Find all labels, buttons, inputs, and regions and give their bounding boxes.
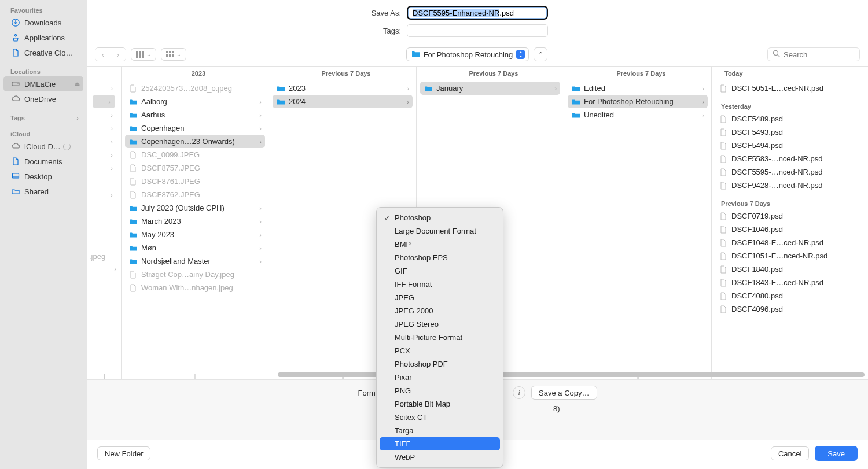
list-item[interactable]: May 2023› (125, 228, 265, 241)
item-label: Møn (141, 243, 156, 252)
list-item[interactable]: DSCF5595-…nced-NR.psd (715, 165, 865, 179)
folder-icon (128, 112, 138, 119)
back-button[interactable]: ‹ (95, 48, 111, 61)
format-option[interactable]: PCX (380, 344, 500, 357)
list-item[interactable]: Strøget Cop…ainy Day.jpeg (125, 268, 265, 281)
info-button[interactable]: i (513, 386, 525, 399)
sidebar-item-desktop[interactable]: Desktop (0, 169, 87, 184)
scrollbar-thumb[interactable] (278, 372, 865, 377)
column-resize-handle[interactable]: || (102, 374, 105, 378)
list-item[interactable]: July 2023 (Outside CPH)› (125, 201, 265, 215)
format-option[interactable]: JPEG (380, 291, 500, 304)
list-item[interactable]: › (87, 262, 121, 275)
list-item[interactable]: January› (420, 82, 560, 95)
list-item[interactable]: DSCF0719.psd (715, 209, 865, 223)
format-option[interactable]: TIFF (380, 437, 500, 450)
columns-icon (136, 51, 144, 58)
location-popup[interactable]: For Photoshop Retouching (406, 47, 529, 61)
format-option[interactable]: ✓Photoshop (380, 211, 500, 224)
format-option[interactable]: WebP (380, 450, 500, 464)
sidebar-item-onedrive[interactable]: OneDrive (0, 91, 87, 106)
list-item[interactable]: DSCF8761.JPEG (125, 175, 265, 188)
list-item[interactable]: DSCF4096.psd (715, 302, 865, 316)
search-field[interactable] (767, 47, 860, 61)
folder-icon (128, 231, 138, 238)
forward-button[interactable]: › (111, 48, 126, 61)
format-option[interactable]: IFF Format (380, 278, 500, 291)
column-header: Previous 7 Days (417, 67, 564, 80)
list-item[interactable]: For Photoshop Retouching› (568, 95, 708, 108)
format-option[interactable]: PNG (380, 384, 500, 397)
list-item[interactable]: › (90, 108, 117, 121)
list-item[interactable]: DSCF1048-E…ced-NR.psd (715, 236, 865, 249)
sidebar-item-dmlacie[interactable]: DMLaCie ⏏ (3, 76, 83, 91)
format-option[interactable]: Photoshop PDF (380, 357, 500, 371)
list-item[interactable]: › (93, 95, 115, 108)
list-item[interactable]: › (90, 188, 117, 201)
collapse-button[interactable]: ⌃ (534, 47, 547, 61)
list-item[interactable]: DSCF1046.psd (715, 223, 865, 236)
list-item[interactable]: Møn› (125, 241, 265, 254)
eject-icon[interactable]: ⏏ (74, 80, 80, 88)
list-item[interactable]: 2024› (273, 95, 413, 108)
list-item[interactable]: Aarhus› (125, 108, 265, 121)
list-item[interactable]: Woman With…nhagen.jpeg (125, 281, 265, 294)
format-option[interactable]: Portable Bit Map (380, 397, 500, 411)
list-item[interactable]: DSCF5493.psd (715, 125, 865, 139)
sidebar-item-applications[interactable]: Applications (0, 30, 87, 45)
list-item[interactable]: DSCF8762.JPEG (125, 188, 265, 201)
list-item[interactable]: Copenhagen…23 Onwards)› (125, 135, 265, 148)
group-button[interactable]: ⌄ (161, 48, 186, 61)
list-item[interactable]: DSCF1843-E…ced-NR.psd (715, 276, 865, 289)
list-item[interactable]: DSCF9428-…nced-NR.psd (715, 179, 865, 192)
sidebar-item-downloads[interactable]: Downloads (0, 15, 87, 30)
list-item[interactable]: Unedited› (568, 108, 708, 121)
list-item[interactable]: Copenhagen› (125, 121, 265, 135)
list-item[interactable]: March 2023› (125, 215, 265, 228)
format-option[interactable]: GIF (380, 264, 500, 278)
save-button[interactable]: Save (815, 446, 858, 461)
format-option[interactable]: Scitex CT (380, 411, 500, 424)
list-item[interactable]: › (90, 161, 117, 175)
tags-input[interactable] (407, 24, 548, 37)
list-item[interactable]: 2023› (273, 82, 413, 95)
list-item[interactable]: › (90, 121, 117, 135)
view-mode-button[interactable]: ⌄ (131, 48, 156, 61)
list-item[interactable]: DSCF5494.psd (715, 139, 865, 152)
sidebar-section-tags[interactable]: Tags › (0, 112, 87, 123)
list-item[interactable]: › (90, 148, 117, 161)
list-item[interactable]: DSCF1840.psd (715, 263, 865, 276)
sidebar-item-shared[interactable]: Shared (0, 184, 87, 199)
sidebar-item-label: OneDrive (24, 95, 56, 104)
cancel-button[interactable]: Cancel (771, 446, 809, 460)
list-item[interactable]: › (90, 82, 117, 95)
format-option[interactable]: JPEG Stereo (380, 317, 500, 331)
list-item[interactable]: Aalborg› (125, 95, 265, 108)
sidebar-item-documents[interactable]: Documents (0, 154, 87, 169)
list-item[interactable]: Nordsjælland Master› (125, 254, 265, 268)
format-option[interactable]: Targa (380, 424, 500, 437)
format-option[interactable]: Large Document Format (380, 224, 500, 238)
chevron-right-icon: › (259, 98, 262, 105)
format-option[interactable]: Multi-Picture Format (380, 331, 500, 344)
format-option[interactable]: Pixar (380, 371, 500, 384)
list-item[interactable]: Edited› (568, 82, 708, 95)
list-item[interactable]: 2524203573…2d08_o.jpeg (125, 82, 265, 95)
list-item[interactable]: DSCF4080.psd (715, 289, 865, 302)
list-item[interactable]: DSCF5489.psd (715, 112, 865, 125)
save-a-copy-button[interactable]: Save a Copy… (531, 386, 597, 400)
list-item[interactable]: DSCF1051-E…nced-NR.psd (715, 249, 865, 263)
list-item[interactable]: DSC_0099.JPEG (125, 148, 265, 161)
list-item[interactable]: DSCF8757.JPEG (125, 161, 265, 175)
list-item[interactable]: DSCF5583-…nced-NR.psd (715, 152, 865, 165)
format-option[interactable]: Photoshop EPS (380, 251, 500, 264)
format-option[interactable]: BMP (380, 238, 500, 251)
list-item[interactable]: › (90, 135, 117, 148)
sidebar-item-icloud-drive[interactable]: iCloud D… (0, 139, 87, 154)
new-folder-button[interactable]: New Folder (97, 446, 150, 460)
save-as-input[interactable] (407, 6, 548, 20)
format-option[interactable]: JPEG 2000 (380, 304, 500, 317)
sidebar-item-creative-cloud[interactable]: Creative Clo… (0, 45, 87, 60)
list-item[interactable]: DSCF5051-E…ced-NR.psd (715, 82, 865, 95)
search-input[interactable] (784, 50, 855, 59)
